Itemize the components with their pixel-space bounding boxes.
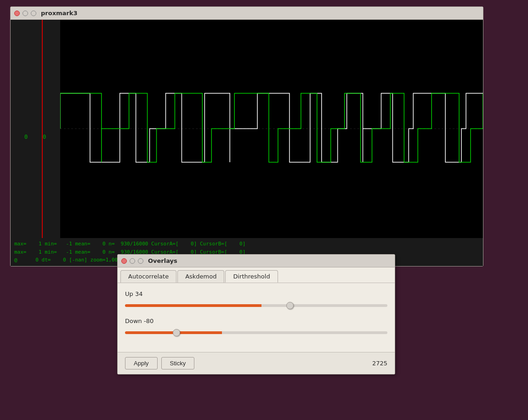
tab-autocorrelate[interactable]: Autocorrelate	[120, 270, 176, 283]
scope-label-right-zero: 0	[43, 134, 46, 140]
waveform-display	[60, 20, 483, 238]
oscilloscope-display: 0 0	[11, 20, 483, 238]
footer-number: 2725	[372, 360, 387, 367]
up-label: Up 34	[125, 290, 387, 297]
status-line-1: max= 1 min= -1 mean= 0 n= 930/16000 Curs…	[14, 240, 479, 248]
close-button[interactable]	[14, 11, 20, 16]
main-window: proxmark3 0 0 max= 1 min= -1 mean= 0 n= …	[10, 6, 483, 267]
tab-dirthreshold[interactable]: Dirthreshold	[225, 270, 278, 283]
down-slider[interactable]	[125, 331, 387, 334]
overlays-maximize-button[interactable]	[138, 258, 143, 264]
scope-sidebar	[11, 20, 60, 238]
main-window-title: proxmark3	[41, 10, 77, 17]
maximize-button[interactable]	[31, 11, 36, 16]
up-slider[interactable]	[125, 304, 387, 307]
overlays-window-title: Overlays	[148, 257, 177, 264]
overlays-close-button[interactable]	[121, 258, 127, 264]
down-slider-group: Down -80	[125, 318, 387, 337]
window-controls	[14, 11, 36, 16]
dirthreshold-content: Up 34 Down -80	[118, 283, 395, 352]
sticky-button[interactable]: Sticky	[161, 357, 195, 369]
up-slider-track	[125, 301, 387, 310]
overlays-window-controls	[121, 258, 143, 264]
overlays-window: Overlays Autocorrelate Askdemod Dirthres…	[117, 254, 395, 375]
tab-askdemod[interactable]: Askdemod	[177, 270, 224, 283]
scope-label-left-zero: 0	[24, 134, 28, 140]
down-label: Down -80	[125, 318, 387, 324]
overlays-title-bar: Overlays	[118, 255, 395, 267]
minimize-button[interactable]	[23, 11, 28, 16]
overlays-footer: Apply Sticky 2725	[118, 352, 395, 374]
apply-button[interactable]: Apply	[125, 357, 158, 369]
cursor-line-red	[42, 20, 43, 238]
up-slider-group: Up 34	[125, 290, 387, 310]
tab-bar: Autocorrelate Askdemod Dirthreshold	[118, 267, 395, 283]
main-title-bar: proxmark3	[11, 7, 483, 20]
down-slider-track	[125, 328, 387, 337]
overlays-minimize-button[interactable]	[130, 258, 135, 264]
